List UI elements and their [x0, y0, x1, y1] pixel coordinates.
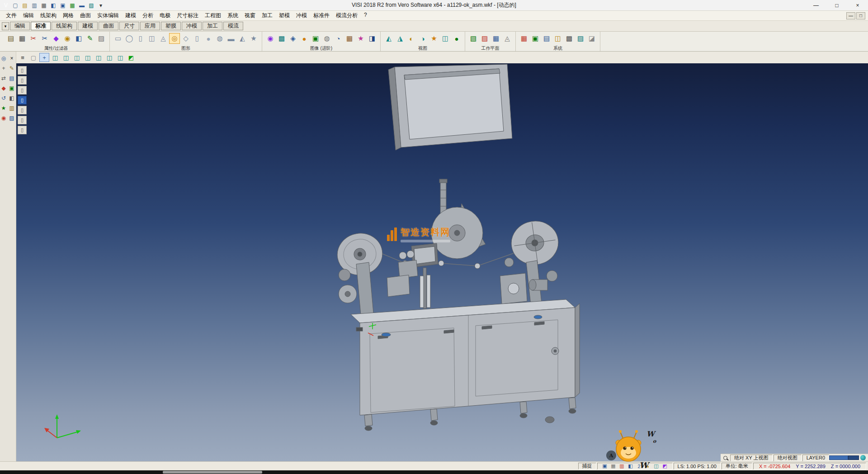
clipboard-slot-1[interactable]: ▯: [18, 66, 27, 75]
delete-icon[interactable]: ×: [8, 54, 16, 62]
monitor-icon[interactable]: ▣: [59, 1, 67, 9]
clipboard-slot-5[interactable]: ▯: [18, 106, 27, 114]
notes-icon[interactable]: ▤: [8, 74, 16, 82]
view-cube-left-icon[interactable]: ◫: [83, 53, 93, 62]
menu-item[interactable]: 加工: [259, 12, 276, 19]
system-grid-icon[interactable]: ▩: [564, 33, 575, 44]
screw-icon[interactable]: ★: [248, 33, 259, 44]
iso-view-icon[interactable]: ◫: [440, 33, 451, 44]
wire-box-icon[interactable]: ▭: [113, 33, 123, 44]
menu-item[interactable]: 线架构: [37, 12, 60, 19]
dynamic-rotate-icon[interactable]: ◐: [406, 33, 417, 44]
print-style-icon[interactable]: ▦: [17, 33, 28, 44]
cut-blue-icon[interactable]: ✂: [39, 33, 50, 44]
layer-color-bar[interactable]: [829, 455, 848, 460]
clipboard-slot-3[interactable]: ▯: [18, 86, 27, 95]
pan-view-icon[interactable]: ◑: [417, 33, 428, 44]
sun-icon[interactable]: ★: [429, 33, 439, 44]
document-restore-button[interactable]: □: [856, 12, 865, 19]
circle-icon[interactable]: ◯: [124, 33, 135, 44]
crosshair-icon[interactable]: +: [0, 64, 8, 72]
shaded-mode-icon[interactable]: ◎: [169, 33, 180, 44]
menu-item[interactable]: 尺寸标注: [174, 12, 202, 19]
menu-item[interactable]: 工程图: [202, 12, 224, 19]
axis-mode-icon[interactable]: +: [39, 53, 49, 62]
ucs-icon[interactable]: ★: [0, 104, 8, 112]
workplane-xy-icon[interactable]: ▧: [468, 33, 479, 44]
shadow-icon[interactable]: ◍: [321, 33, 332, 44]
gem-icon[interactable]: ◈: [288, 33, 298, 44]
edit-icon[interactable]: ✎: [8, 64, 16, 72]
sparkle-icon[interactable]: ★: [355, 33, 366, 44]
view-cube-top-icon[interactable]: ◫: [72, 53, 82, 62]
blank-view-icon[interactable]: ▢: [28, 53, 38, 62]
magnet-icon[interactable]: ◆: [51, 33, 61, 44]
import-icon[interactable]: ▥: [30, 1, 38, 9]
system-slab-icon[interactable]: ◪: [586, 33, 597, 44]
menu-item[interactable]: 网格: [60, 12, 77, 19]
menu-item[interactable]: 文件: [3, 12, 20, 19]
sphere-icon[interactable]: ●: [203, 33, 214, 44]
workplane-yz-icon[interactable]: ▦: [491, 33, 501, 44]
menu-item[interactable]: 曲面: [77, 12, 94, 19]
workplane-free-icon[interactable]: ◬: [502, 33, 513, 44]
3d-canvas[interactable]: 智造资料网: [16, 63, 868, 461]
toolbar-tab[interactable]: 应用: [140, 22, 160, 30]
render-icon[interactable]: ◉: [265, 33, 276, 44]
menu-item[interactable]: 模流分析: [333, 12, 361, 19]
toolbar-tab[interactable]: 线架构: [52, 22, 77, 30]
pen-icon[interactable]: ✎: [85, 33, 95, 44]
print-icon[interactable]: ▦: [40, 1, 48, 9]
layer-selector-segment[interactable]: LAYER0: [802, 455, 829, 461]
refresh-icon[interactable]: ↺: [0, 94, 8, 102]
zoom-all-icon[interactable]: ◭: [383, 33, 394, 44]
sheet-icon[interactable]: ▥: [8, 104, 16, 112]
view-cube-iso-icon[interactable]: ◫: [50, 53, 60, 62]
clipboard-slot-6[interactable]: ▯: [18, 116, 27, 124]
split-view-icon[interactable]: ◨: [367, 33, 377, 44]
target-icon[interactable]: ◉: [0, 114, 8, 122]
toolbar-tab[interactable]: 标准: [31, 22, 51, 30]
palette-icon[interactable]: ▨: [8, 114, 16, 122]
element-filter-icon[interactable]: ▤: [5, 33, 16, 44]
menu-item[interactable]: 分析: [139, 12, 156, 19]
wedge-icon[interactable]: ◭: [237, 33, 248, 44]
texture-icon[interactable]: ▩: [276, 33, 287, 44]
open-file-icon[interactable]: ▤: [21, 1, 29, 9]
ring-icon[interactable]: ◍: [214, 33, 225, 44]
zoom-window-icon[interactable]: ◮: [395, 33, 406, 44]
toolbar-tab[interactable]: 加工: [203, 22, 222, 30]
system-monitor-icon[interactable]: ▣: [530, 33, 541, 44]
menu-item[interactable]: 建模: [122, 12, 139, 19]
toolbar-tab[interactable]: 建模: [78, 22, 98, 30]
toolbar-tab[interactable]: 模流: [223, 22, 243, 30]
window-layout-icon[interactable]: ◧: [49, 1, 57, 9]
absolute-view-segment[interactable]: 绝对视图: [774, 455, 802, 461]
view-cube-shaded-icon[interactable]: ◩: [126, 53, 136, 62]
system-files-icon[interactable]: ▤: [541, 33, 552, 44]
view-cube-right-icon[interactable]: ◫: [94, 53, 104, 62]
mask-icon[interactable]: ◧: [73, 33, 84, 44]
layers-icon[interactable]: ▣: [8, 84, 16, 92]
menu-item[interactable]: 系统: [224, 12, 241, 19]
document-minimize-button[interactable]: —: [846, 12, 855, 19]
clipboard-slot-2[interactable]: ▯: [18, 76, 27, 85]
menu-item[interactable]: 冲模: [293, 12, 310, 19]
menu-item[interactable]: ?: [361, 12, 370, 18]
slab-icon[interactable]: ▬: [226, 33, 236, 44]
menu-item[interactable]: 塑模: [276, 12, 293, 19]
units-readout[interactable]: 单位: 毫米: [722, 463, 752, 469]
material-icon[interactable]: ▣: [310, 33, 321, 44]
system-hatch-icon[interactable]: ▨: [575, 33, 586, 44]
ink-icon[interactable]: ◉: [62, 33, 73, 44]
clipboard-slot-4[interactable]: ▯: [18, 96, 27, 104]
workplane-xz-icon[interactable]: ▨: [479, 33, 490, 44]
viewport-menu-icon[interactable]: ≡: [18, 53, 28, 62]
view-cube-front-icon[interactable]: ◫: [61, 53, 71, 62]
hatch-icon[interactable]: ▨: [96, 33, 107, 44]
grid-icon[interactable]: ▦: [68, 1, 76, 9]
tabbar-dropdown-icon[interactable]: ▾: [2, 22, 9, 30]
background-icon[interactable]: ▦: [344, 33, 355, 44]
zoom-icon[interactable]: ◎: [0, 54, 8, 62]
menu-item[interactable]: 实体编辑: [94, 12, 122, 19]
